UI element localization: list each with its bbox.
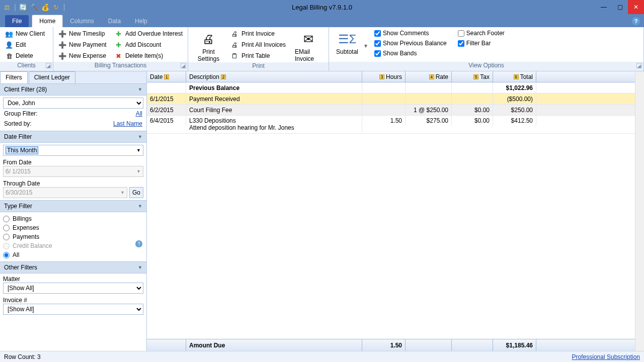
subtotal-icon: ☰Σ — [339, 31, 355, 47]
matter-select[interactable]: [Show All] — [3, 283, 143, 294]
expense-icon: ➕ — [58, 52, 66, 60]
filter-bar-checkbox[interactable]: Filter Bar — [457, 39, 506, 47]
print-table-icon: 🗒 — [231, 52, 239, 60]
new-client-icon: 👥 — [5, 30, 13, 38]
col-total[interactable]: 6Total — [493, 71, 536, 82]
tab-client-ledger[interactable]: Client Ledger — [29, 71, 75, 83]
side-panel: Filters Client Ledger Client Filter (28)… — [0, 71, 147, 351]
through-date-input[interactable]: 6/30/2015▼ — [3, 187, 127, 198]
print-all-icon: 🖨 — [231, 41, 239, 49]
radio-billings[interactable]: Billings — [3, 214, 143, 223]
main-panel: Date1 Description2 3Hours 4Rate 5Tax 6To… — [147, 71, 644, 351]
help-icon[interactable]: ? — [632, 17, 640, 25]
payment-icon: ➕ — [58, 41, 66, 49]
table-row[interactable]: 6/2/2015 Court Filing Fee 1 @ $250.00 $0… — [147, 105, 644, 116]
date-range-select[interactable]: This Month▼ — [3, 145, 143, 156]
print-settings-button[interactable]: 🖨 Print Settings — [191, 29, 226, 62]
printer-settings-icon: 🖨 — [200, 31, 216, 47]
group-filter-link[interactable]: All — [136, 110, 142, 117]
menu-bar: File Home Columns Data Help ? — [0, 14, 644, 27]
dialog-launcher-icon[interactable]: ◢ — [46, 63, 51, 68]
email-icon: ✉ — [300, 31, 316, 47]
from-date-label: From Date — [3, 156, 143, 166]
radio-all[interactable]: All — [3, 250, 143, 259]
date-filter-header[interactable]: Date Filter▼ — [0, 131, 146, 143]
separator: | — [13, 3, 17, 11]
col-hours[interactable]: 3Hours — [362, 71, 406, 82]
edit-icon: 👤 — [5, 41, 13, 49]
app-title: Legal Billing v7.9.1.0 — [292, 4, 352, 11]
invoice-select[interactable]: [Show All] — [3, 304, 143, 315]
other-filters-header[interactable]: Other Filters▼ — [0, 261, 146, 274]
subtotal-button[interactable]: ☰Σ Subtotal — [332, 29, 362, 55]
close-button[interactable]: ✕ — [628, 0, 644, 14]
grid-body: Previous Balance $1,022.96 6/1/2015 Paym… — [147, 82, 644, 339]
invoice-label: Invoice # — [3, 294, 143, 304]
add-discount-button[interactable]: ✚Add Discount — [113, 40, 185, 49]
print-table-button[interactable]: 🗒Print Table — [229, 51, 288, 60]
new-payment-button[interactable]: ➕New Payment — [56, 40, 113, 49]
col-desc[interactable]: Description2 — [186, 71, 362, 82]
edit-button[interactable]: 👤Edit — [3, 40, 47, 49]
from-date-input[interactable]: 6/ 1/2015▼ — [3, 166, 143, 177]
add-overdue-button[interactable]: ✚Add Overdue Interest — [113, 29, 185, 38]
delete-items-button[interactable]: ✖Delete Item(s) — [113, 51, 185, 60]
radio-expenses[interactable]: Expenses — [3, 223, 143, 232]
sorted-by-link[interactable]: Last Name — [113, 120, 142, 127]
through-date-label: Through Date — [3, 177, 143, 187]
row-previous-balance[interactable]: Previous Balance $1,022.96 — [147, 82, 644, 94]
print-invoice-button[interactable]: 🖨Print Invoice — [229, 29, 288, 38]
scales-icon[interactable]: ⚖ — [2, 2, 12, 12]
tab-home[interactable]: Home — [32, 15, 63, 27]
new-timeslip-button[interactable]: ➕New Timeslip — [56, 29, 113, 38]
calendar-icon: ▼ — [120, 190, 125, 195]
print-all-button[interactable]: 🖨Print All Invoices — [229, 40, 288, 49]
gavel-icon[interactable]: 🔨 — [29, 2, 39, 12]
type-filter-header[interactable]: Type Filter▼ — [0, 200, 146, 212]
row-count-label: Row Count: 3 — [4, 353, 41, 360]
workspace: Filters Client Ledger Client Filter (28)… — [0, 71, 644, 351]
money-icon[interactable]: 💰 — [40, 2, 50, 12]
table-row[interactable]: 6/1/2015 Payment Received ($500.00) — [147, 94, 644, 105]
subscription-link[interactable]: Professional Subscription — [572, 353, 640, 360]
show-bands-checkbox[interactable]: Show Bands — [373, 49, 448, 57]
col-tax[interactable]: 5Tax — [452, 71, 493, 82]
delete-button[interactable]: 🗑Delete — [3, 51, 47, 60]
col-date[interactable]: Date1 — [147, 71, 186, 82]
client-select[interactable]: Doe, John — [3, 98, 143, 109]
minimize-button[interactable]: — — [596, 0, 612, 14]
title-bar: ⚖ | 🔄 🔨 💰 ↻ | Legal Billing v7.9.1.0 — ▢… — [0, 0, 644, 14]
chevron-down-icon: ▼ — [136, 148, 141, 153]
new-expense-button[interactable]: ➕New Expense — [56, 51, 113, 60]
col-rate[interactable]: 4Rate — [406, 71, 452, 82]
show-comments-checkbox[interactable]: Show Comments — [373, 29, 448, 37]
dialog-launcher-icon[interactable]: ◢ — [181, 63, 186, 68]
refresh-icon[interactable]: 🔄 — [18, 2, 28, 12]
redo-icon[interactable]: ↻ — [51, 2, 61, 12]
status-bar: Row Count: 3 Professional Subscription — [0, 351, 644, 362]
maximize-button[interactable]: ▢ — [612, 0, 628, 14]
show-prev-balance-checkbox[interactable]: Show Previous Balance — [373, 39, 448, 47]
tab-filters[interactable]: Filters — [0, 71, 28, 83]
group-label-view: View Options◢ — [329, 62, 643, 71]
group-label-billing: Billing Transactions◢ — [53, 62, 188, 71]
tab-data[interactable]: Data — [101, 15, 128, 27]
radio-payments[interactable]: Payments — [3, 232, 143, 241]
tab-columns[interactable]: Columns — [63, 15, 101, 27]
scrollbar[interactable] — [635, 71, 644, 351]
sorted-by-label: Sorted by: — [4, 120, 32, 127]
dropdown-icon[interactable]: ▾ — [362, 42, 367, 49]
dialog-launcher-icon[interactable]: ◢ — [636, 63, 642, 68]
matter-label: Matter — [3, 276, 143, 283]
help-icon[interactable]: ? — [135, 240, 142, 247]
search-footer-checkbox[interactable]: Search Footer — [457, 29, 506, 37]
delete-icon: 🗑 — [5, 52, 13, 60]
timeslip-icon: ➕ — [58, 30, 66, 38]
email-invoice-button[interactable]: ✉ EMail Invoice — [291, 29, 326, 62]
go-button[interactable]: Go — [129, 187, 143, 198]
tab-file[interactable]: File — [5, 15, 29, 27]
table-row[interactable]: 6/4/2015 L330 DepositionsAttend depositi… — [147, 116, 644, 134]
tab-help[interactable]: Help — [128, 15, 154, 27]
client-filter-header[interactable]: Client Filter (28)▼ — [0, 83, 146, 96]
new-client-button[interactable]: 👥New Client — [3, 29, 47, 38]
